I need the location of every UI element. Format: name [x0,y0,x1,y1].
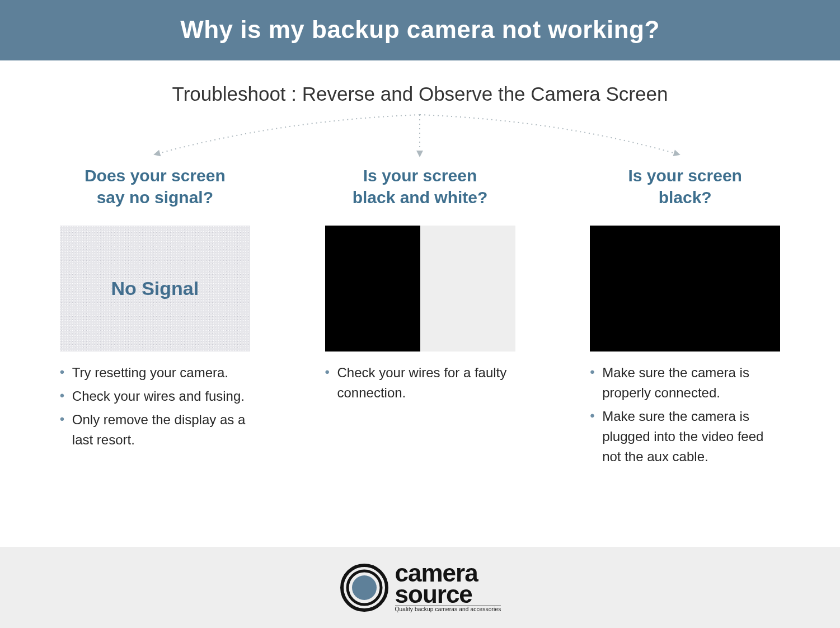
logo-word-2: source [395,584,501,606]
screen-black [590,226,780,352]
bullet-item: Check your wires and fusing. [60,386,250,406]
bullet-item: Make sure the camera is plugged into the… [590,406,780,467]
bullets-no-signal: Try resetting your camera. Check your wi… [60,363,250,453]
bw-white-half [420,226,515,352]
logo-text: camera source Quality backup cameras and… [395,563,501,612]
screen-black-white [325,226,515,352]
question-line: Does your screen [85,165,226,186]
question-line: say no signal? [97,186,213,208]
screen-no-signal: No Signal [60,226,250,352]
bullet-item: Only remove the display as a last resort… [60,410,250,450]
columns-container: Does your screen say no signal? No Signa… [0,161,840,470]
header-banner: Why is my backup camera not working? [0,0,840,60]
footer: camera source Quality backup cameras and… [0,547,840,628]
logo: camera source Quality backup cameras and… [339,563,501,613]
logo-tagline: Quality backup cameras and accessories [395,607,501,612]
question-black-white: Is your screen black and white? [353,161,488,212]
bullet-item: Check your wires for a faulty connection… [325,363,515,403]
bw-black-half [325,226,420,352]
question-line: black? [659,186,712,208]
question-line: black and white? [353,186,488,208]
svg-point-2 [352,575,377,600]
no-signal-label: No Signal [111,278,199,299]
bullet-item: Make sure the camera is properly connect… [590,363,780,403]
page-title: Why is my backup camera not working? [180,16,660,43]
column-black: Is your screen black? Make sure the came… [569,161,801,470]
logo-lens-icon [339,563,390,613]
column-no-signal: Does your screen say no signal? No Signa… [39,161,271,470]
question-line: Is your screen [363,165,477,186]
bullets-black-white: Check your wires for a faulty connection… [325,363,515,406]
bullet-item: Try resetting your camera. [60,363,250,383]
column-black-white: Is your screen black and white? Check yo… [304,161,536,470]
subtitle: Troubleshoot : Reverse and Observe the C… [0,83,840,105]
question-no-signal: Does your screen say no signal? [85,161,226,212]
bullets-black: Make sure the camera is properly connect… [590,363,780,470]
question-line: Is your screen [628,165,742,186]
question-black: Is your screen black? [628,161,742,212]
